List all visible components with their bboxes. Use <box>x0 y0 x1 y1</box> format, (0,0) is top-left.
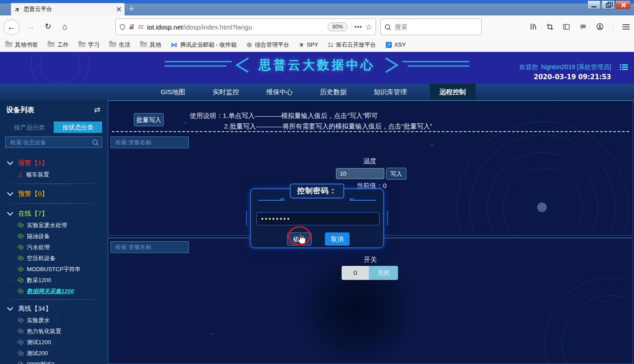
page-actions-icon[interactable]: ••• <box>354 23 362 30</box>
page-header: 思普云大数据中心 欢迎您 hignton2019 [系统管理员] 2020-03… <box>0 52 634 84</box>
bookmark-label: 学习 <box>88 41 100 49</box>
device-item[interactable]: 数采1200 <box>0 275 107 286</box>
browser-search-box[interactable] <box>380 18 482 35</box>
group-offline[interactable]: 离线【34】 <box>0 302 107 315</box>
link-icon <box>18 222 24 228</box>
bookmark-folder-life[interactable]: 生活 <box>109 41 130 49</box>
device-label: 数据网关采集1200 <box>27 287 74 295</box>
group-alarm[interactable]: 报警【1】 <box>0 157 107 169</box>
nav-gis-map[interactable]: GIS地图 <box>156 84 190 100</box>
dashed-divider <box>112 131 629 132</box>
page-title: 思普云大数据中心 <box>259 57 375 74</box>
device-label: 污水处理 <box>27 243 50 251</box>
batch-write-button[interactable]: 批量写入 <box>134 113 164 126</box>
broken-link-icon <box>18 339 24 345</box>
home-button[interactable]: ⌂ <box>57 19 72 34</box>
nav-maintenance-center[interactable]: 维保中心 <box>262 84 297 100</box>
browser-tab[interactable]: ✈ 思普云平台 <box>11 3 125 15</box>
device-search-input[interactable] <box>9 139 90 146</box>
bookmark-folder-work[interactable]: 工作 <box>48 41 69 49</box>
messages-icon[interactable] <box>579 23 587 30</box>
sidebar-toggle-icon[interactable] <box>563 23 570 30</box>
forward-button[interactable]: → <box>23 19 38 34</box>
bookmark-folder-other[interactable]: 其他书签 <box>5 41 38 49</box>
device-item-alarm[interactable]: ⚠ 猴车装置 <box>0 169 107 180</box>
variable-search-input[interactable] <box>114 139 194 146</box>
device-search-box[interactable] <box>5 136 102 148</box>
cancel-button[interactable]: 取消 <box>325 232 350 246</box>
device-item[interactable]: 实验废水 <box>0 315 107 326</box>
url-path: /idosp/index.html?langu <box>183 23 252 31</box>
url-text[interactable]: iot.idosp.net/idosp/index.html?langu <box>147 23 324 31</box>
screenshot-crop-icon[interactable] <box>546 23 553 30</box>
switch-value[interactable]: 0 <box>342 266 369 280</box>
link-icon <box>18 266 24 272</box>
variable-search-box[interactable] <box>111 241 189 253</box>
restore-button[interactable] <box>601 0 615 9</box>
nav-history-data[interactable]: 历史数据 <box>316 84 351 100</box>
group-online[interactable]: 在线【7】 <box>0 207 107 220</box>
device-item[interactable]: 热力氧化装置 <box>0 326 107 337</box>
back-button[interactable]: ← <box>4 19 19 35</box>
shield-icon[interactable] <box>119 24 125 30</box>
insecure-lock-icon[interactable] <box>129 24 135 30</box>
chevron-down-icon <box>7 305 13 311</box>
bookmark-label: 萤石云开放平台 <box>336 41 376 49</box>
library-icon[interactable] <box>530 23 537 30</box>
xsy-icon: ↗ <box>386 42 392 48</box>
device-item[interactable]: 测试1200 <box>0 337 107 348</box>
collapse-swap-icon[interactable]: ⇄ <box>94 106 100 114</box>
device-item[interactable]: MODBUSTCP字符串 <box>0 264 107 275</box>
tab-close-icon[interactable] <box>117 7 121 11</box>
device-item[interactable]: 污水处理 <box>0 242 107 253</box>
tab-by-product[interactable]: 按产品分类 <box>5 121 54 133</box>
reload-button[interactable]: ↻ <box>41 19 55 34</box>
permissions-icon[interactable] <box>138 24 144 30</box>
device-item-selected[interactable]: 数据网关采集1200 <box>0 286 107 297</box>
restore-icon <box>606 3 611 8</box>
bookmark-mgmt-platform[interactable]: ⊕综合管理平台 <box>247 41 289 49</box>
nav-knowledge-base[interactable]: 知识库管理 <box>369 84 411 100</box>
bookmark-label: 腾讯企业邮箱 - 收件箱 <box>180 41 237 49</box>
instructions-line2: 2.批量写入————将所有需要写入的模拟量输入值后，点击“批量写入” <box>224 121 432 132</box>
browser-search-input[interactable] <box>394 23 477 31</box>
ring-center-dot <box>537 202 547 212</box>
nav-realtime-monitor[interactable]: 实时监控 <box>208 84 243 100</box>
tab-by-status[interactable]: 按状态分类 <box>54 121 102 133</box>
bookmark-folder-study[interactable]: 学习 <box>78 41 100 49</box>
temperature-value-input[interactable] <box>336 168 384 179</box>
bookmark-folder-misc[interactable]: 其他 <box>140 41 161 49</box>
zoom-level-badge[interactable]: 80% <box>328 22 348 31</box>
bookmark-star-icon[interactable]: ☆ <box>365 22 372 32</box>
bookmark-label: 工作 <box>57 41 69 49</box>
link-icon <box>18 255 24 261</box>
device-item[interactable]: 实验室废水处理 <box>0 220 107 231</box>
group-warning[interactable]: 预警【0】 <box>0 188 107 200</box>
close-button[interactable] <box>616 0 630 9</box>
device-item[interactable]: 隔油设备 <box>0 231 107 242</box>
new-tab-button[interactable]: + <box>129 4 134 14</box>
menu-icon[interactable] <box>623 24 630 29</box>
write-button[interactable]: 写入 <box>386 168 406 180</box>
device-item[interactable]: 0809测试2 <box>0 359 107 364</box>
ring-decoration <box>456 121 629 235</box>
device-item[interactable]: 测试200 <box>0 348 107 359</box>
group-count: 【0】 <box>31 190 48 197</box>
variable-search-box[interactable] <box>111 136 189 148</box>
warning-icon: ⚠ <box>18 172 23 178</box>
bookmark-ezviz[interactable]: 萤石云开放平台 <box>328 41 376 49</box>
device-item[interactable]: 空压机设备 <box>0 253 107 264</box>
password-input[interactable]: ●●●●●●●● <box>256 212 380 225</box>
account-icon[interactable] <box>596 23 604 30</box>
url-bar[interactable]: iot.idosp.net/idosp/index.html?langu 80%… <box>115 18 376 35</box>
bookmark-xsy[interactable]: ↗XSY <box>386 41 406 48</box>
dialog-line-decoration <box>350 200 376 201</box>
bookmark-spy[interactable]: ✈SPY <box>299 41 318 48</box>
bookmark-tencent-mail[interactable]: ⋈腾讯企业邮箱 - 收件箱 <box>171 41 237 49</box>
variable-search-input[interactable] <box>114 243 194 251</box>
minimize-button[interactable] <box>587 0 601 9</box>
nav-remote-control[interactable]: 远程控制 <box>430 84 476 100</box>
menu-list-icon[interactable] <box>620 64 628 70</box>
browser-toolbar: ← → ↻ ⌂ iot.idosp.net/idosp/index.html?l… <box>0 15 634 38</box>
switch-state-button[interactable]: 关闭 <box>369 266 398 280</box>
